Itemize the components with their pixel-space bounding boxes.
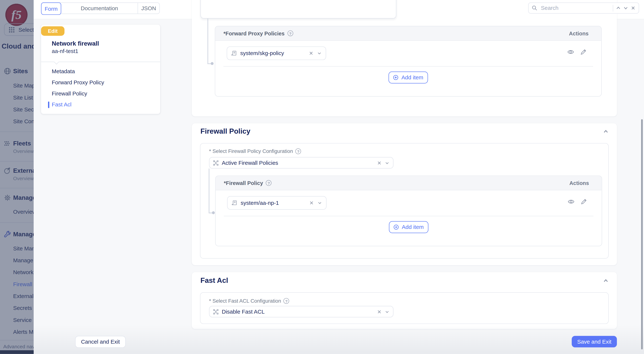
help-icon[interactable]: ? (284, 298, 289, 304)
tab-json[interactable]: JSON (138, 3, 159, 14)
editor-divider-caret (54, 59, 59, 65)
fast-acl-config-value: Disable Fast ACL (222, 308, 374, 315)
tab-documentation[interactable]: Documentation (61, 3, 138, 14)
firewall-policy-section-heading: Firewall Policy (200, 127, 250, 136)
clear-selection-icon[interactable] (309, 201, 314, 205)
firewall-policy-row-value: system/aa-np-1 (241, 200, 306, 206)
help-icon[interactable]: ? (295, 148, 301, 154)
fast-acl-section-heading: Fast Acl (200, 276, 228, 285)
tab-form[interactable]: Form (41, 3, 61, 15)
firewall-policy-label: *Firewall Policy (224, 180, 263, 186)
save-and-exit-button[interactable]: Save and Exit (572, 336, 617, 347)
policy-doc-icon (231, 51, 237, 56)
view-tabs: Form Documentation JSON (41, 3, 160, 14)
editor-object-type: Network firewall (52, 40, 99, 47)
forward-proxy-section-card: *Forward Proxy Policies ? Actions system… (192, 0, 617, 116)
connector-dot (212, 211, 215, 214)
cancel-and-exit-button[interactable]: Cancel and Exit (75, 336, 126, 348)
view-row-eye-icon[interactable] (567, 49, 574, 56)
search-icon (532, 5, 537, 11)
edit-badge: Edit (41, 26, 64, 36)
chevron-down-icon[interactable] (385, 309, 389, 314)
connector-line (208, 19, 208, 64)
clear-selection-icon[interactable] (377, 309, 382, 314)
search-divider (613, 5, 613, 11)
actions-column-header: Actions (569, 30, 589, 36)
forward-proxy-policy-row-select[interactable]: system/skg-policy (227, 47, 326, 60)
chevron-down-icon[interactable] (317, 51, 322, 56)
config-shuffle-icon (213, 160, 218, 166)
chevron-up-icon[interactable] (616, 6, 620, 10)
sidebar-dim-overlay (0, 0, 34, 354)
view-tabs-group: Form Documentation JSON (41, 3, 160, 14)
table-divider (224, 66, 593, 67)
collapse-section-icon[interactable] (603, 129, 609, 134)
plus-circle-icon (393, 75, 399, 80)
config-shuffle-icon (213, 309, 218, 314)
add-item-label: Add item (402, 74, 423, 81)
collapse-section-icon[interactable] (603, 278, 609, 283)
fast-acl-config-container: * Select Fast ACL Configuration ? Disabl… (200, 292, 609, 324)
actions-column-header: Actions (570, 180, 589, 186)
editor-object-name: aa-nf-test1 (52, 48, 78, 54)
chevron-down-icon[interactable] (385, 161, 389, 165)
row-actions (568, 198, 587, 205)
editor-nav-firewall-policy[interactable]: Firewall Policy (52, 91, 87, 97)
connector-dot (211, 62, 214, 65)
clear-selection-icon[interactable] (377, 161, 382, 165)
forward-proxy-policies-label: *Forward Proxy Policies (224, 30, 284, 36)
forward-proxy-config-select[interactable] (200, 0, 396, 19)
firewall-policy-table-header: *Firewall Policy ? Actions (216, 176, 602, 190)
editor-nav-metadata[interactable]: Metadata (52, 68, 75, 74)
fast-acl-select-label: * Select Fast ACL Configuration (209, 298, 281, 304)
chevron-down-icon[interactable] (624, 6, 628, 10)
search-bar (528, 3, 639, 14)
add-item-button[interactable]: Add item (389, 221, 428, 233)
fast-acl-select-label-wrap: * Select Fast ACL Configuration ? (209, 298, 289, 304)
editor-nav-fast-acl[interactable]: Fast Acl (52, 102, 72, 108)
firewall-policy-table: *Firewall Policy ? Actions system/aa-np-… (215, 176, 602, 246)
edit-row-pencil-icon[interactable] (580, 198, 587, 205)
firewall-policy-config-value: Active Firewall Policies (222, 160, 374, 166)
forward-proxy-policies-label-wrap: *Forward Proxy Policies ? (224, 30, 293, 36)
search-input[interactable] (540, 5, 610, 12)
add-item-button[interactable]: Add item (388, 72, 428, 83)
help-icon[interactable]: ? (266, 180, 272, 186)
forward-proxy-policies-table: *Forward Proxy Policies ? Actions system… (215, 26, 602, 97)
forward-proxy-policies-table-header: *Forward Proxy Policies ? Actions (215, 26, 601, 41)
forward-proxy-policy-value: system/skg-policy (240, 50, 305, 56)
add-item-label: Add item (402, 224, 424, 230)
edit-row-pencil-icon[interactable] (580, 49, 587, 56)
firewall-policy-select-label-wrap: * Select Firewall Policy Configuration ? (209, 148, 301, 154)
firewall-policy-config-select[interactable]: Active Firewall Policies (209, 157, 394, 168)
chevron-down-icon[interactable] (318, 201, 322, 205)
fast-acl-section-card: Fast Acl * Select Fast ACL Configuration… (192, 272, 617, 329)
left-nav-sidebar: f5 Select s Cloud and Sites Site Map Sit… (0, 0, 34, 354)
view-row-eye-icon[interactable] (568, 198, 574, 205)
firewall-policy-config-container: * Select Firewall Policy Configuration ?… (200, 143, 609, 258)
row-actions (567, 49, 587, 56)
connector-line (209, 168, 209, 213)
close-icon[interactable] (631, 6, 635, 10)
plus-circle-icon (394, 224, 399, 230)
policy-doc-icon (232, 200, 237, 206)
app-root: f5 Select s Cloud and Sites Site Map Sit… (0, 0, 644, 354)
clear-selection-icon[interactable] (309, 51, 313, 56)
firewall-policy-row-select[interactable]: system/aa-np-1 (227, 196, 327, 210)
editor-nav-forward-proxy-policy[interactable]: Forward Proxy Policy (52, 79, 104, 86)
firewall-policy-section-card: Firewall Policy * Select Firewall Policy… (192, 123, 617, 265)
editor-nav-card: Edit Network firewall aa-nf-test1 Metada… (41, 25, 160, 114)
table-divider (224, 216, 594, 216)
help-icon[interactable]: ? (287, 30, 293, 36)
vertical-scrollbar[interactable] (641, 119, 643, 349)
firewall-policy-select-label: * Select Firewall Policy Configuration (209, 148, 293, 154)
fast-acl-config-select[interactable]: Disable Fast ACL (209, 306, 394, 317)
firewall-policy-label-wrap: *Firewall Policy ? (224, 180, 272, 186)
form-overlay-panel: Form Documentation JSON Edit (34, 0, 644, 354)
